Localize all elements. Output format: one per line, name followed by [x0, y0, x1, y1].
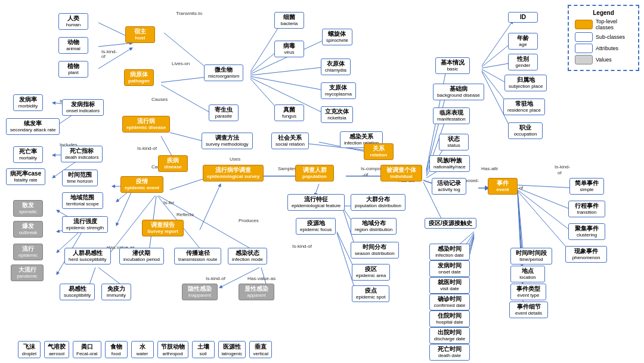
node-sporadic: 散发 sporadic: [13, 200, 43, 217]
node-epidemic-disease: 流行病 epidemic disease: [122, 116, 170, 133]
node-morbidity: 发病率 morbidity: [13, 94, 43, 111]
edge-has-attr2: Has-attr: [481, 166, 498, 171]
svg-line-9: [250, 67, 327, 75]
svg-line-71: [200, 184, 221, 230]
node-infection-date: 感染时间 infection date: [429, 244, 470, 260]
node-infection-mode: 感染状态 infection mode: [228, 248, 267, 264]
node-epidemic-area: 疫区 epidemic area: [352, 264, 390, 281]
node-occupation: 职业 occupation: [508, 122, 543, 139]
edge-causes: Causes: [151, 97, 168, 102]
node-phenomenon-event: 现象事件 phenomenon: [565, 246, 607, 263]
node-time-horizon: 时间范围 time horizon: [62, 170, 98, 186]
legend-title: Legend: [575, 10, 632, 16]
node-epidemiological-survey: 流行病学调查 epidemiological survey: [203, 165, 264, 182]
node-epidemic-spot: 疫点 epidemic spot: [352, 285, 389, 302]
edge-has-value-as2: Has-value-as: [247, 276, 275, 281]
node-confirmed-date: 确诊时间 confirmed date: [429, 294, 470, 310]
svg-line-30: [518, 185, 577, 188]
trans-fecal-oral: 粪口 Fecal-oral: [73, 341, 101, 358]
node-host: 宿主 host: [125, 26, 155, 43]
edge-is-kind-of-3b: of: [558, 170, 562, 176]
svg-line-1: [98, 43, 132, 47]
node-pathogen: 病原体 pathogen: [124, 69, 154, 86]
node-microorganism: 微生物 microorganism: [204, 64, 243, 81]
node-time-period: 时间/时间段 time/period: [510, 248, 552, 264]
node-relation: 关系 relation: [364, 143, 394, 160]
transmission-row: 飞沫 droplet 气溶胶 aerosol 粪口 Fecal-oral 食物 …: [18, 341, 272, 358]
node-manifestation: 临床表现 manifestation: [433, 107, 470, 124]
node-event-details: 事件细节 event details: [509, 302, 548, 318]
node-population: 调查人群 population: [295, 165, 334, 182]
legend-label-values: Values: [596, 57, 612, 63]
node-epidemiological-feature: 流行特征 epidemiological feature: [287, 194, 345, 211]
legend-item-values: Values: [575, 55, 632, 64]
edge-reflects: Reflects: [177, 212, 194, 217]
node-chlamydia: 衣原体 chlamydia: [321, 59, 351, 75]
edge-is-for: Is-for: [163, 200, 174, 205]
edge-is-kind-of-3: Is-kind-: [555, 164, 570, 170]
edge-samples: Samples: [278, 166, 296, 171]
node-epidemic-strength: 流行强度 epidemic strength: [62, 216, 108, 233]
edge-composed-of2: -of: [363, 172, 368, 177]
node-event: 事件 event: [488, 178, 518, 195]
edge-is-kind-of-4: Is-kind-of: [292, 244, 312, 249]
node-hospital-date: 住院时间 hospital date: [429, 310, 470, 327]
edge-is-kind-of-1b: of: [101, 54, 106, 59]
node-age: 年龄 age: [508, 33, 538, 50]
node-transition-event: 行程事件 transition: [568, 201, 605, 217]
node-parasite: 寄生虫 parasite: [209, 104, 239, 121]
node-disease: 疾病 disease: [158, 155, 188, 172]
node-onset-indicators: 发病指标 onset indicators: [62, 99, 104, 116]
node-activity-log: 活动记录 activity log: [432, 178, 466, 195]
node-outbreak: 爆发 outbreak: [13, 221, 43, 238]
node-clustering-event: 聚集事件 clustering: [568, 223, 605, 240]
node-status: 状态 status: [439, 134, 469, 150]
trans-aerosol: 气溶胶 aerosol: [44, 341, 69, 358]
legend-label-top-level: Top-level classes: [596, 19, 632, 30]
node-discharge-date: 出院时间 discharge date: [429, 327, 470, 344]
node-death-indicators: 死亡指标 death indicators: [61, 146, 103, 162]
node-virus: 病毒 virus: [274, 41, 304, 57]
trans-arthropod: 节肢动物 arthropod: [157, 341, 188, 358]
node-epidemic-event: 疫情 epidemic event: [120, 176, 163, 193]
node-contact-history: 疫区/疫源接触史: [425, 218, 476, 229]
edge-is-kind-of-2: Is-kind-of: [137, 146, 157, 151]
node-event-type: 事件类型 event type: [510, 284, 546, 300]
edge-uses: Uses: [230, 156, 240, 162]
node-background-disease: 基础病 background disease: [433, 84, 484, 100]
legend-swatch-gray: [575, 55, 593, 64]
node-animal: 动物 animal: [58, 37, 88, 54]
trans-droplet: 飞沫 droplet: [18, 341, 41, 358]
node-bacteria: 细菌 bacteria: [274, 12, 304, 29]
trans-food: 食物 food: [105, 341, 128, 358]
node-survey-report: 调查报告 Survey report: [142, 220, 184, 236]
edge-lives-on: Lives-on: [172, 61, 190, 66]
legend-box: Legend Top-level classes Sub-classes Att…: [568, 5, 639, 71]
node-immunity: 免疫力 immunity: [101, 284, 131, 300]
node-pandemic: 大流行 pandemic: [11, 264, 44, 281]
trans-iatrogenic: 医源性 iatrogenic: [218, 341, 246, 358]
node-id: ID: [508, 12, 538, 23]
legend-swatch-white: [575, 32, 593, 42]
node-visit-date: 就医时间 visit date: [429, 277, 470, 294]
trans-water: 水 water: [131, 341, 154, 358]
svg-line-58: [116, 190, 132, 226]
node-apparent: 显性感染 apparent: [239, 284, 274, 300]
node-inapparent: 隐性感染 inapparent: [182, 284, 218, 300]
node-territorial-scope: 地域范围 territorial scope: [62, 192, 103, 209]
node-survey-methodology: 调查方法 survey methodology: [202, 133, 253, 149]
legend-item-sub-classes: Sub-classes: [575, 32, 632, 42]
node-fungus: 真菌 fungus: [274, 104, 304, 121]
node-investigated-individual: 被调查个体 individual: [380, 165, 422, 182]
edge-produces: Produces: [239, 218, 259, 223]
edge-transmits-to: Transmits-to: [176, 11, 202, 16]
svg-line-5: [161, 85, 212, 113]
node-transmission-route: 传播途径 transmission route: [174, 248, 221, 264]
node-onset-date: 发病时间 onset date: [429, 260, 470, 277]
node-population-distribution: 大群分布 population distribution: [351, 194, 405, 211]
node-spirochete: 螺旋体 spirochete: [322, 29, 352, 45]
node-rickettsia: 立克次体 rickettsia: [321, 106, 353, 123]
node-basic-info: 基本情况 basic: [435, 57, 470, 74]
legend-item-top-level: Top-level classes: [575, 19, 632, 30]
node-mortality: 死亡率 mortality: [13, 146, 43, 163]
